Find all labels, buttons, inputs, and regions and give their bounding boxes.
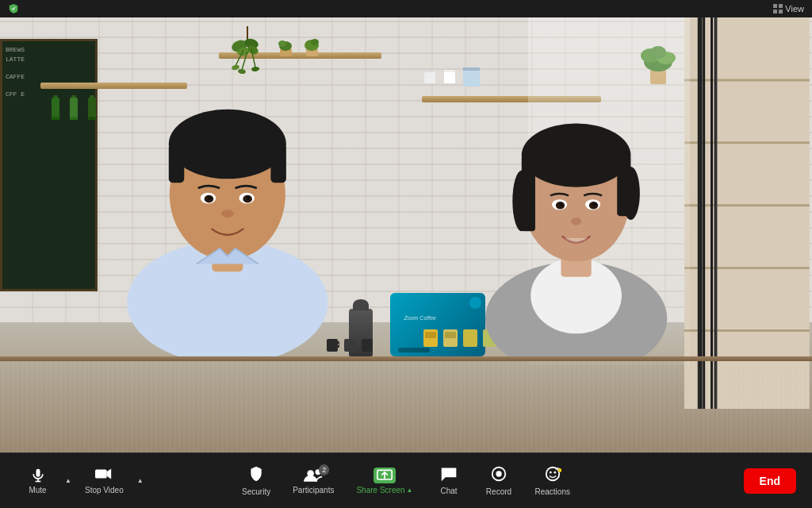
svg-point-87	[593, 203, 597, 207]
mute-label: Mute	[29, 486, 46, 495]
svg-rect-65	[270, 144, 285, 183]
wooden-counter	[0, 356, 812, 452]
svg-point-70	[208, 196, 212, 200]
svg-rect-47	[52, 117, 59, 120]
stop-video-label: Stop Video	[85, 486, 124, 495]
svg-rect-55	[425, 332, 436, 338]
toolbar-center: Security 2 Participants	[234, 460, 578, 501]
svg-rect-24	[444, 70, 455, 72]
share-caret[interactable]: ▲	[407, 487, 413, 494]
record-icon	[490, 465, 508, 485]
svg-rect-1	[779, 4, 783, 8]
svg-rect-3	[779, 10, 783, 13]
svg-point-86	[560, 203, 564, 207]
svg-rect-22	[424, 70, 435, 72]
view-button[interactable]: View	[773, 4, 804, 13]
share-screen-icon	[373, 468, 396, 483]
svg-rect-50	[71, 117, 77, 120]
camera-icon	[95, 467, 113, 483]
svg-rect-0	[773, 4, 777, 8]
person-left	[98, 17, 358, 356]
svg-rect-45	[53, 95, 58, 98]
chalkboard-text: BREWSLATTECAFFECFF E	[6, 45, 25, 98]
svg-point-72	[221, 210, 234, 217]
chat-label: Chat	[440, 487, 457, 495]
svg-point-80	[513, 171, 531, 231]
title-bar: View	[0, 0, 812, 17]
svg-point-101	[553, 471, 556, 474]
reactions-button[interactable]: + Reactions	[527, 460, 577, 501]
svg-point-98	[496, 471, 501, 476]
reactions-icon: +	[544, 465, 561, 485]
stop-video-button[interactable]: Stop Video	[77, 462, 132, 499]
counter-edge	[0, 356, 812, 361]
security-icon	[248, 465, 264, 485]
svg-rect-51	[90, 95, 94, 98]
participants-label: Participants	[293, 486, 334, 495]
svg-rect-52	[88, 98, 96, 120]
svg-rect-92	[95, 470, 107, 479]
svg-point-71	[247, 196, 251, 200]
svg-rect-21	[424, 71, 435, 83]
svg-point-77	[522, 124, 631, 187]
svg-rect-49	[70, 98, 78, 120]
stairs-area	[682, 17, 812, 409]
security-button[interactable]: Security	[234, 460, 278, 501]
participants-badge: 2	[319, 464, 329, 475]
mute-caret[interactable]: ▲	[63, 465, 74, 497]
svg-point-63	[169, 110, 286, 179]
svg-point-88	[571, 218, 581, 226]
chat-icon	[440, 466, 458, 484]
toolbar-left: Mute ▲ Stop Video ▲	[16, 462, 146, 499]
security-label: Security	[242, 487, 270, 496]
record-label: Record	[486, 487, 511, 496]
microphone-icon	[30, 468, 46, 483]
grid-icon	[773, 4, 783, 13]
shield-icon	[8, 3, 19, 14]
svg-rect-53	[89, 117, 95, 120]
svg-rect-44	[362, 339, 373, 352]
chalkboard: BREWSLATTECAFFECFF E	[0, 39, 98, 291]
svg-rect-48	[71, 95, 76, 98]
record-button[interactable]: Record	[477, 460, 520, 501]
shelf-bottles	[48, 91, 99, 123]
participants-icon: 2	[304, 468, 323, 483]
share-screen-label: Share Screen	[356, 486, 404, 495]
svg-rect-2	[773, 10, 777, 13]
toolbar-right: End	[744, 468, 796, 494]
svg-rect-23	[444, 71, 455, 83]
svg-point-100	[550, 471, 552, 474]
share-screen-button[interactable]: Share Screen ▲	[348, 463, 420, 499]
video-caret[interactable]: ▲	[135, 465, 146, 497]
mute-button[interactable]: Mute	[16, 463, 59, 499]
view-label: View	[785, 4, 804, 13]
svg-rect-46	[52, 98, 59, 120]
end-button[interactable]: End	[744, 468, 796, 494]
toolbar: Mute ▲ Stop Video ▲ Security	[0, 452, 812, 508]
svg-point-81	[622, 167, 640, 220]
svg-text:+: +	[557, 470, 559, 473]
svg-rect-89	[36, 468, 40, 476]
person-right	[454, 30, 698, 356]
video-area: BREWSLATTECAFFECFF E	[0, 17, 812, 452]
reactions-label: Reactions	[534, 487, 569, 496]
chat-button[interactable]: Chat	[427, 461, 470, 500]
svg-rect-64	[169, 144, 184, 183]
machine-brand: Zoom Coffee	[404, 315, 436, 321]
cafe-background: BREWSLATTECAFFECFF E	[0, 17, 812, 452]
participants-button[interactable]: 2 Participants	[285, 463, 342, 499]
